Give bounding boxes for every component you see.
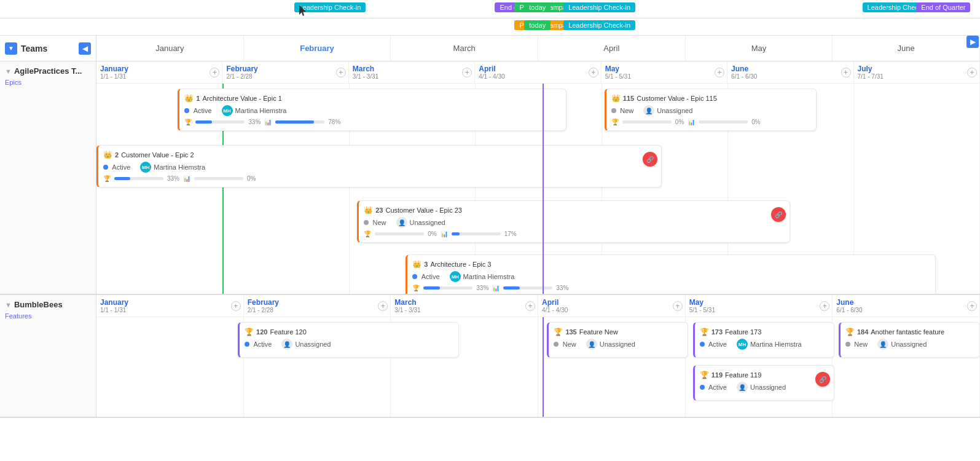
add-item-button[interactable]: + [231, 301, 241, 311]
milestone-tag: today [524, 2, 551, 12]
status-label: New [620, 107, 633, 114]
status-dot [700, 342, 705, 347]
collapse-team-icon[interactable]: ▼ [5, 68, 12, 75]
assignee-row: MH Martina Hiemstra [140, 162, 205, 173]
add-item-button[interactable]: + [715, 68, 724, 77]
add-item-button[interactable]: + [673, 301, 683, 311]
sub-milestone-tag: Leadership Check-in [563, 20, 635, 30]
progress-bar-bg [195, 120, 245, 124]
crown-icon: 👑 [412, 260, 421, 269]
progress-row: 🏆 33% 📊 0% [103, 175, 656, 182]
add-item-button[interactable]: + [462, 68, 472, 77]
card-title: Feature 119 [725, 371, 761, 379]
progress-bar-bg [114, 177, 163, 180]
card-title: Architecture Value - Epic 1 [202, 95, 281, 102]
feature-card[interactable]: 🏆 120 Feature 120 Active 👤 Unassigned [238, 322, 459, 358]
progress-bar-fill [195, 120, 211, 124]
add-item-button[interactable]: + [210, 68, 219, 77]
feature-card[interactable]: 🏆 135 Feature New New 👤 Unassigned [547, 322, 688, 358]
team-name-row: ▼ BumbleBees [5, 300, 91, 309]
progress-row: 🏆 0% 📊 17% [364, 230, 785, 237]
avatar: MH [222, 105, 233, 116]
status-dot [700, 385, 705, 390]
month-name: January [100, 298, 240, 307]
avatar-unassigned: 👤 [737, 382, 748, 393]
status-group: New [554, 340, 576, 349]
milestone-tag: Leadership Check-in [563, 2, 635, 12]
team-section-agilepractices-t...: ▼ AgilePractices T... Epics January 1/1 … [0, 61, 980, 295]
feature-card[interactable]: 🏆 173 Feature 173 Active MH Martina Hiem… [693, 322, 834, 358]
card-title-row: 👑 1 Architecture Value - Epic 1 [184, 94, 561, 103]
status-group: Active [245, 340, 272, 349]
status-group: New [611, 106, 633, 115]
nav-right-button[interactable]: ▶ [966, 36, 979, 48]
month-label-may: May 5/1 - 5/31 + [602, 61, 727, 83]
status-group: Active [700, 340, 727, 349]
card-title: Another fantastic feature [871, 328, 944, 336]
prog-pct2: 78% [328, 119, 340, 125]
add-item-button[interactable]: + [967, 68, 977, 77]
assignee-name: Martina Hiemstra [235, 107, 287, 114]
chart-icon: 📊 [492, 285, 500, 291]
collapse-team-icon[interactable]: ▼ [5, 301, 12, 309]
add-item-button[interactable]: + [841, 68, 851, 77]
avatar-unassigned: 👤 [281, 339, 292, 350]
team-name: BumbleBees [14, 300, 63, 309]
crown-icon: 👑 [364, 206, 373, 215]
epic-card[interactable]: 👑 3 Architecture - Epic 3 Active MH Mart… [406, 254, 936, 294]
trophy-icon: 🏆 [364, 230, 371, 237]
epic-card[interactable]: 👑 2 Customer Value - Epic 2 Active MH Ma… [96, 145, 662, 187]
nav-left-button[interactable]: ◀ [79, 42, 91, 55]
add-item-button[interactable]: + [336, 68, 346, 77]
card-title: Architecture - Epic 3 [430, 261, 491, 268]
status-group: Active [412, 272, 439, 281]
add-item-button[interactable]: + [820, 301, 829, 311]
feature-card[interactable]: 🏆 119 Feature 119 Active 👤 Unassigned 🔗 [693, 365, 834, 401]
card-title: Feature 120 [270, 328, 306, 336]
assignee-row: 👤 Unassigned [281, 339, 331, 350]
month-dates: 7/1 - 7/31 [858, 73, 976, 80]
card-title-row: 🏆 119 Feature 119 [700, 371, 829, 379]
chain-badge[interactable]: 🔗 [771, 207, 786, 222]
collapse-teams-button[interactable]: ▼ [5, 42, 17, 55]
teams-label: Teams [21, 44, 47, 53]
card-num: 184 [857, 328, 868, 336]
add-item-button[interactable]: + [525, 301, 535, 311]
epic-card[interactable]: 👑 115 Customer Value - Epic 115 New 👤 Un… [605, 89, 817, 131]
assignee-row: MH Martina Hiemstra [450, 271, 515, 282]
progress-bar-bg2 [452, 232, 501, 235]
card-num: 173 [711, 328, 723, 336]
trophy-icon: 🏆 [700, 371, 709, 379]
card-num: 119 [711, 371, 723, 379]
add-item-button[interactable]: + [967, 301, 977, 311]
prog-pct: 33% [476, 285, 488, 291]
month-name: July [858, 65, 976, 73]
status-group: Active [700, 383, 727, 392]
status-label: New [563, 341, 576, 348]
team-subtype[interactable]: Features [5, 312, 31, 320]
epic-card[interactable]: 👑 1 Architecture Value - Epic 1 Active M… [178, 89, 566, 131]
team-subtype[interactable]: Epics [5, 79, 22, 86]
month-dates: 2/1 - 2/28 [248, 307, 387, 313]
month-label-february: February 2/1 - 2/28 + [244, 295, 391, 317]
month-dates: 4/1 - 4/30 [479, 73, 597, 80]
trophy-icon: 🏆 [412, 285, 420, 291]
add-item-button[interactable]: + [378, 301, 388, 311]
chain-badge[interactable]: 🔗 [815, 372, 830, 387]
team-section-bumblebees: ▼ BumbleBees Features January 1/1 - 1/31… [0, 295, 980, 418]
epic-card[interactable]: 👑 23 Customer Value - Epic 23 New 👤 Unas… [357, 200, 790, 243]
trophy-icon: 🏆 [245, 328, 254, 336]
avatar: MH [450, 271, 461, 282]
month-name: April [542, 298, 681, 307]
progress-bar-bg [375, 232, 424, 235]
progress-row: 🏆 33% 📊 33% [412, 285, 930, 291]
card-meta-row: New 👤 Unassigned [554, 339, 683, 350]
team-sidebar: ▼ AgilePractices T... Epics [0, 61, 96, 294]
month-header-january: January [96, 36, 244, 61]
add-item-button[interactable]: + [589, 68, 598, 77]
sidebar-header: ▼ Teams ◀ [0, 36, 96, 61]
month-header-may: May [686, 36, 833, 61]
feature-card[interactable]: 🏆 184 Another fantastic feature New 👤 Un… [839, 322, 980, 358]
month-dates: 5/1 - 5/31 [605, 73, 723, 80]
card-meta-row: Active MH Martina Hiemstra [412, 271, 930, 282]
